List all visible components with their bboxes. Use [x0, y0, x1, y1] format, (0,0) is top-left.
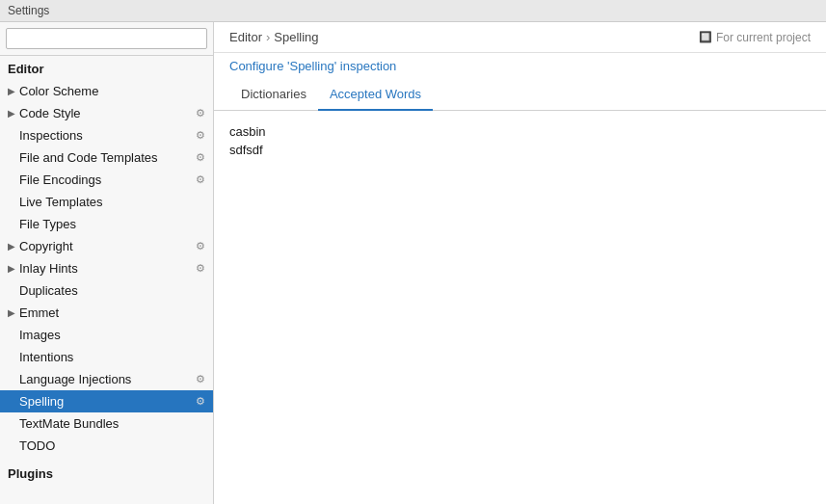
sidebar-item-label: Color Scheme — [19, 84, 205, 98]
breadcrumb-separator: › — [266, 30, 270, 44]
sidebar-item-label: Images — [19, 328, 205, 342]
title-text: Settings — [8, 4, 49, 17]
search-box[interactable] — [0, 22, 213, 56]
sidebar-item-label: Code Style — [19, 106, 196, 120]
chevron-icon: ▶ — [8, 86, 15, 96]
sidebar-item-color-scheme[interactable]: ▶ Color Scheme — [0, 80, 213, 102]
gear-icon: ⚙ — [196, 129, 205, 142]
gear-icon: ⚙ — [196, 240, 205, 252]
tab-accepted-words-label: Accepted Words — [330, 87, 421, 101]
gear-icon: ⚙ — [196, 173, 205, 186]
sidebar-item-duplicates[interactable]: Duplicates — [0, 279, 213, 302]
sidebar-item-copyright[interactable]: ▶ Copyright ⚙ — [0, 235, 213, 257]
sidebar-item-spelling[interactable]: Spelling ⚙ — [0, 390, 213, 412]
sidebar-item-textmate-bundles[interactable]: TextMate Bundles — [0, 412, 213, 435]
tab-dictionaries[interactable]: Dictionaries — [229, 79, 318, 111]
title-bar: Settings — [0, 0, 826, 22]
sidebar-item-label: File Encodings — [19, 172, 196, 187]
sidebar-item-language-injections[interactable]: Language Injections ⚙ — [0, 368, 213, 390]
search-input[interactable] — [6, 28, 207, 49]
configure-spelling-link[interactable]: Configure 'Spelling' inspection — [214, 53, 826, 79]
sidebar-item-todo[interactable]: TODO — [0, 435, 213, 457]
chevron-icon: ▶ — [8, 241, 15, 252]
sidebar-item-live-templates[interactable]: Live Templates — [0, 191, 213, 213]
accepted-words-list: casbin sdfsdf — [229, 122, 811, 159]
sidebar-item-file-encodings[interactable]: File Encodings ⚙ — [0, 169, 213, 191]
breadcrumb-path: Editor › Spelling — [229, 30, 319, 44]
for-current-project-text: For current project — [716, 31, 811, 44]
sidebar-item-images[interactable]: Images — [0, 324, 213, 346]
sidebar-item-label: Duplicates — [19, 283, 205, 298]
sidebar-item-code-style[interactable]: ▶ Code Style ⚙ — [0, 102, 213, 124]
for-current-project: 🔲 For current project — [699, 31, 811, 44]
chevron-icon: ▶ — [8, 263, 15, 274]
sidebar-item-label: TODO — [19, 438, 205, 453]
breadcrumb-editor: Editor — [229, 30, 262, 44]
editor-section-header: Editor — [0, 56, 213, 80]
tab-content-accepted-words: casbin sdfsdf — [214, 111, 826, 504]
plugins-section-header: Plugins — [0, 461, 213, 485]
tab-accepted-words[interactable]: Accepted Words — [318, 79, 433, 111]
sidebar-item-label: Copyright — [19, 239, 196, 253]
sidebar-item-label: Inlay Hints — [19, 261, 196, 276]
gear-icon: ⚙ — [196, 151, 205, 164]
gear-icon: ⚙ — [196, 373, 205, 385]
chevron-icon: ▶ — [8, 307, 15, 318]
sidebar-item-label: Spelling — [19, 394, 196, 409]
tabs-bar: Dictionaries Accepted Words — [214, 79, 826, 111]
content-area: Editor › Spelling 🔲 For current project … — [214, 22, 826, 504]
chevron-icon: ▶ — [8, 108, 15, 119]
sidebar-item-inlay-hints[interactable]: ▶ Inlay Hints ⚙ — [0, 257, 213, 279]
sidebar-item-label: TextMate Bundles — [19, 416, 205, 431]
list-item: casbin — [229, 122, 811, 141]
sidebar-item-label: Emmet — [19, 305, 205, 320]
sidebar-item-label: File and Code Templates — [19, 150, 196, 165]
sidebar-item-label: Language Injections — [19, 372, 196, 386]
sidebar-content: Editor ▶ Color Scheme ▶ Code Style ⚙ Ins… — [0, 56, 213, 504]
sidebar-item-label: Live Templates — [19, 195, 205, 209]
sidebar-item-label: Inspections — [19, 128, 196, 143]
sidebar-item-file-and-code-templates[interactable]: File and Code Templates ⚙ — [0, 146, 213, 169]
sidebar-item-file-types[interactable]: File Types — [0, 213, 213, 235]
sidebar-item-intentions[interactable]: Intentions — [0, 346, 213, 368]
sidebar-item-label: File Types — [19, 217, 205, 231]
sidebar-item-emmet[interactable]: ▶ Emmet — [0, 302, 213, 324]
project-icon: 🔲 — [699, 31, 712, 43]
gear-icon: ⚙ — [196, 107, 205, 119]
gear-icon: ⚙ — [196, 395, 205, 408]
list-item: sdfsdf — [229, 141, 811, 159]
breadcrumb-current: Spelling — [274, 30, 318, 44]
sidebar-item-label: Intentions — [19, 350, 205, 364]
sidebar: Editor ▶ Color Scheme ▶ Code Style ⚙ Ins… — [0, 22, 214, 504]
gear-icon: ⚙ — [196, 262, 205, 275]
sidebar-item-inspections[interactable]: Inspections ⚙ — [0, 124, 213, 146]
breadcrumb: Editor › Spelling 🔲 For current project — [214, 22, 826, 53]
tab-dictionaries-label: Dictionaries — [241, 87, 306, 101]
main-container: Editor ▶ Color Scheme ▶ Code Style ⚙ Ins… — [0, 22, 826, 504]
